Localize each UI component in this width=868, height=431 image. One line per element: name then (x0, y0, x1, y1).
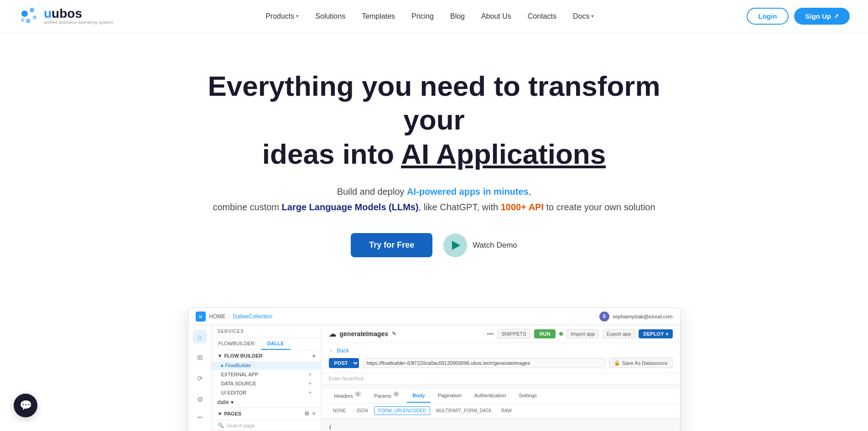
play-button[interactable] (443, 234, 467, 257)
format-raw[interactable]: RAW (497, 406, 516, 415)
flow-name: generateImages (340, 330, 389, 338)
logo-subtitle: unified business operating system (44, 20, 113, 25)
nav-pricing[interactable]: Pricing (405, 9, 440, 24)
data-source-item[interactable]: DATA SOURCE + (212, 379, 321, 388)
expand-pages-icon: ▼ (218, 411, 223, 416)
tab-params[interactable]: Params 8 (369, 388, 405, 403)
back-link[interactable]: Back (337, 348, 349, 354)
sidebar-flow-icon[interactable]: ⟳ (193, 372, 207, 385)
format-multipart[interactable]: MULTIPART_FORM_DATA (432, 406, 495, 415)
service-tabs: FLOWBUILDER DALLE (212, 338, 321, 350)
add-flow-icon[interactable]: + (312, 353, 315, 358)
search-page-area: 🔍 Search page (212, 420, 321, 431)
services-header: SERVICES (212, 325, 321, 338)
format-none[interactable]: NONE (329, 406, 350, 415)
nav-about-us[interactable]: About Us (475, 9, 518, 24)
run-button[interactable]: RUN (534, 329, 556, 338)
api-tabs: Headers 5 Params 8 Body Pagination Authe… (322, 388, 680, 404)
breadcrumb: HOME › DalleeCollection (209, 313, 273, 320)
app-topbar: u HOME › DalleeCollection S sophiamytsak… (188, 308, 680, 325)
tab-flowbuilder[interactable]: FLOWBUILDER (212, 338, 261, 350)
header: uubos unified business operating system … (0, 0, 868, 33)
code-line-1: { (329, 423, 673, 431)
sidebar-more-dots[interactable]: ••• (197, 414, 203, 421)
format-json[interactable]: JSON (352, 406, 372, 415)
header-actions: Login Sign Up ↗ (747, 8, 850, 25)
breadcrumb-home: HOME (209, 313, 226, 320)
chat-icon: 💬 (20, 400, 32, 411)
url-input[interactable] (363, 358, 605, 368)
format-tabs: NONE JSON FORM_URLENCODED MULTIPART_FORM… (322, 404, 680, 418)
pages-settings-icon[interactable]: ⚙ (304, 410, 309, 417)
nav-contacts[interactable]: Contacts (521, 9, 563, 24)
logo[interactable]: uubos unified business operating system (18, 5, 113, 27)
tab-dalle[interactable]: DALLE (261, 338, 291, 350)
watch-demo-area[interactable]: Watch Demo (443, 234, 517, 257)
expand-icon: ▼ (218, 353, 223, 358)
svg-point-4 (21, 18, 25, 22)
deploy-button[interactable]: DEPLOY ▾ (639, 329, 672, 338)
hero-section: Everything you need to transform your id… (161, 33, 708, 307)
back-arrow-icon: ← (329, 348, 334, 354)
nav-docs[interactable]: Docs▾ (567, 9, 600, 24)
nodered-input[interactable]: Enter NodeRed (322, 373, 680, 384)
svg-point-0 (21, 10, 28, 17)
pages-header: ▼ PAGES ⚙ + (212, 408, 321, 420)
try-free-button[interactable]: Try for Free (351, 233, 432, 257)
nav-solutions[interactable]: Solutions (309, 9, 352, 24)
tab-settings[interactable]: Settings (513, 389, 542, 403)
external-app-item[interactable]: EXTERNAL APP + (212, 370, 321, 379)
method-select[interactable]: POST (329, 358, 359, 368)
dalle-selector[interactable]: dalle ▾ (212, 397, 321, 408)
snippets-button[interactable]: SNIPPETS (497, 329, 530, 339)
app-sidebar: ⌂ ⊞ ⟳ ⚙ ••• (188, 325, 212, 431)
pages-add-icon[interactable]: + (312, 410, 315, 417)
code-area: { "name": "{{ InputName.property }}", "p… (322, 418, 680, 431)
import-button[interactable]: Import app (567, 329, 599, 338)
more-options-icon[interactable]: ••• (487, 330, 494, 338)
tab-authentication[interactable]: Authentication (469, 389, 512, 403)
external-link-icon: ↗ (834, 13, 839, 20)
sidebar-settings-icon[interactable]: ⚙ (193, 393, 207, 406)
sidebar-grid-icon[interactable]: ⊞ (193, 351, 207, 364)
flow-builder-section: ▼ FLOW BUILDER + (212, 350, 321, 361)
cloud-icon: ☁ (329, 330, 336, 338)
export-button[interactable]: Export app (603, 329, 635, 338)
save-datasource-button[interactable]: 🔒 Save As Datasource (609, 358, 673, 368)
hero-actions: Try for Free Watch Demo (179, 233, 690, 257)
nav-blog[interactable]: Blog (444, 9, 471, 24)
main-nav: Products▾ Solutions Templates Pricing Bl… (259, 9, 600, 24)
edit-icon[interactable]: ✎ (392, 331, 396, 337)
flowbuilder-item[interactable]: ▸ FlowBuilder (212, 361, 321, 370)
user-email: sophiamytsak@icloud.com (613, 314, 673, 319)
flow-actions-right: ••• SNIPPETS RUN Import app Export app D… (487, 329, 673, 339)
nav-products[interactable]: Products▾ (259, 9, 305, 24)
search-placeholder[interactable]: Search page (227, 423, 255, 428)
svg-point-2 (33, 16, 36, 19)
app-preview: u HOME › DalleeCollection S sophiamytsak… (188, 307, 681, 431)
flow-title-row: ☁ generateImages ✎ (329, 330, 397, 338)
format-urlencoded[interactable]: FORM_URLENCODED (374, 406, 430, 415)
tab-body[interactable]: Body (407, 389, 431, 403)
logo-icon (18, 5, 40, 27)
method-url-row: POST 🔒 Save As Datasource (329, 358, 673, 368)
sidebar-home-icon[interactable]: ⌂ (193, 330, 207, 343)
flow-header: ☁ generateImages ✎ ••• SNIPPETS RUN Impo… (322, 325, 680, 343)
svg-point-3 (26, 19, 31, 23)
topbar-right: S sophiamytsak@icloud.com (599, 312, 673, 322)
status-dot (559, 332, 563, 336)
nav-templates[interactable]: Templates (355, 9, 401, 24)
ui-editor-item[interactable]: UI EDITOR + (212, 388, 321, 397)
spacer (322, 384, 680, 388)
app-logo-icon: u (196, 312, 206, 322)
hero-title: Everything you need to transform your id… (179, 69, 690, 171)
tab-headers[interactable]: Headers 5 (329, 388, 367, 403)
chat-widget[interactable]: 💬 (14, 394, 37, 417)
svg-point-1 (30, 8, 34, 12)
login-button[interactable]: Login (747, 8, 789, 25)
signup-button[interactable]: Sign Up ↗ (794, 8, 850, 25)
tab-pagination[interactable]: Pagination (432, 389, 467, 403)
user-avatar: S (599, 312, 609, 322)
main-content: ☁ generateImages ✎ ••• SNIPPETS RUN Impo… (322, 325, 680, 431)
back-row: ← Back (329, 348, 673, 354)
